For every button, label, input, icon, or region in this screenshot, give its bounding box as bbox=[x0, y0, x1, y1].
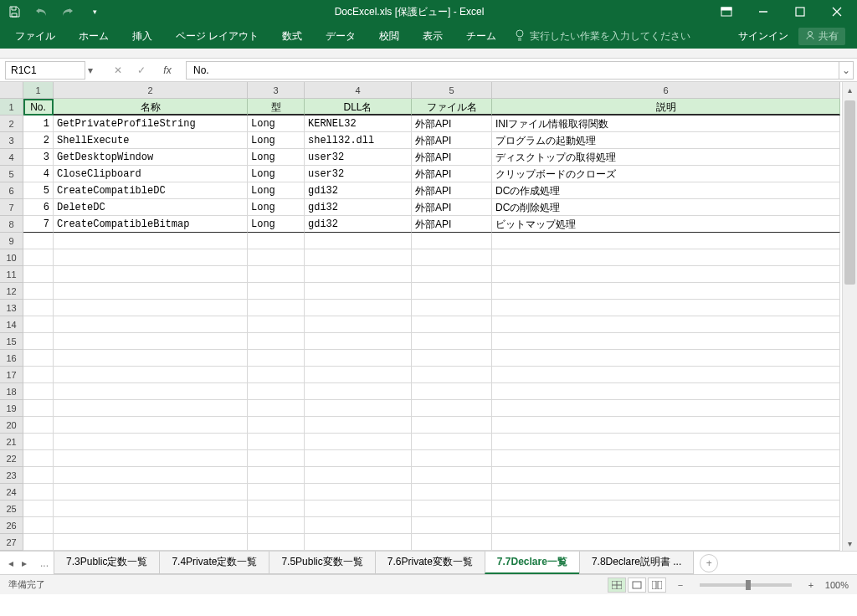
cell[interactable] bbox=[248, 450, 305, 467]
cell[interactable]: Long bbox=[248, 149, 305, 166]
cell[interactable]: 外部API bbox=[412, 166, 492, 182]
cell[interactable] bbox=[54, 367, 248, 383]
cell[interactable] bbox=[305, 501, 412, 517]
ribbon-tab-データ[interactable]: データ bbox=[314, 23, 367, 49]
cell[interactable] bbox=[248, 400, 305, 417]
cell[interactable]: 名称 bbox=[54, 99, 248, 116]
cell[interactable] bbox=[492, 534, 840, 551]
row-header[interactable]: 13 bbox=[0, 300, 23, 316]
cell[interactable] bbox=[54, 517, 248, 534]
cell[interactable] bbox=[412, 501, 492, 517]
cell[interactable] bbox=[492, 333, 840, 350]
cell[interactable] bbox=[23, 283, 54, 300]
zoom-in-button[interactable]: + bbox=[805, 580, 817, 590]
cell[interactable] bbox=[248, 383, 305, 400]
cell[interactable] bbox=[248, 233, 305, 249]
cell[interactable] bbox=[54, 249, 248, 266]
maximize-button[interactable] bbox=[783, 3, 817, 21]
cell[interactable] bbox=[54, 450, 248, 467]
cell[interactable] bbox=[305, 417, 412, 434]
row-header[interactable]: 21 bbox=[0, 434, 23, 450]
sheet-tab[interactable]: 7.7Declare一覧 bbox=[485, 552, 580, 574]
cell[interactable]: gdi32 bbox=[305, 182, 412, 199]
cell[interactable]: shell32.dll bbox=[305, 132, 412, 149]
row-header[interactable]: 18 bbox=[0, 383, 23, 400]
row-header[interactable]: 20 bbox=[0, 417, 23, 434]
cell[interactable] bbox=[54, 534, 248, 551]
row-header[interactable]: 7 bbox=[0, 199, 23, 216]
cell[interactable]: 説明 bbox=[492, 99, 840, 116]
cell[interactable]: No. bbox=[23, 99, 54, 116]
cell[interactable]: GetPrivateProfileString bbox=[54, 116, 248, 132]
row-header[interactable]: 22 bbox=[0, 450, 23, 467]
cell[interactable] bbox=[23, 383, 54, 400]
cell[interactable] bbox=[492, 484, 840, 501]
cell[interactable]: 型 bbox=[248, 99, 305, 116]
cell[interactable] bbox=[23, 300, 54, 316]
cell[interactable] bbox=[248, 367, 305, 383]
cell[interactable] bbox=[54, 501, 248, 517]
cell[interactable] bbox=[54, 383, 248, 400]
row-header[interactable]: 12 bbox=[0, 283, 23, 300]
cell[interactable]: ファイル名 bbox=[412, 99, 492, 116]
row-header[interactable]: 4 bbox=[0, 149, 23, 166]
cell[interactable] bbox=[305, 283, 412, 300]
cell[interactable] bbox=[305, 333, 412, 350]
zoom-level[interactable]: 100% bbox=[825, 580, 849, 590]
fx-icon[interactable]: fx bbox=[157, 64, 177, 76]
row-header[interactable]: 10 bbox=[0, 249, 23, 266]
cell[interactable] bbox=[412, 434, 492, 450]
row-header[interactable]: 9 bbox=[0, 233, 23, 249]
scroll-up-icon[interactable]: ▴ bbox=[843, 82, 857, 97]
row-header[interactable]: 6 bbox=[0, 182, 23, 199]
row-header[interactable]: 15 bbox=[0, 333, 23, 350]
add-sheet-button[interactable]: + bbox=[700, 554, 718, 572]
cell[interactable] bbox=[54, 300, 248, 316]
page-layout-view-button[interactable] bbox=[628, 578, 646, 593]
select-all-corner[interactable] bbox=[0, 82, 23, 99]
row-header[interactable]: 5 bbox=[0, 166, 23, 182]
scroll-down-icon[interactable]: ▾ bbox=[843, 536, 857, 551]
cell[interactable]: Long bbox=[248, 116, 305, 132]
cell[interactable] bbox=[492, 383, 840, 400]
column-header[interactable]: 2 bbox=[54, 82, 248, 99]
column-header[interactable]: 4 bbox=[305, 82, 412, 99]
cell[interactable] bbox=[492, 316, 840, 333]
ribbon-tab-チーム[interactable]: チーム bbox=[454, 23, 508, 49]
cell[interactable] bbox=[412, 249, 492, 266]
row-header[interactable]: 16 bbox=[0, 350, 23, 367]
cell[interactable]: 外部API bbox=[412, 182, 492, 199]
row-header[interactable]: 26 bbox=[0, 517, 23, 534]
cell[interactable]: クリップボードのクローズ bbox=[492, 166, 840, 182]
tell-me-box[interactable]: 実行したい作業を入力してください bbox=[515, 29, 690, 44]
cell[interactable] bbox=[248, 333, 305, 350]
cell[interactable]: 外部API bbox=[412, 199, 492, 216]
vertical-scrollbar[interactable]: ▴ ▾ bbox=[842, 82, 857, 551]
column-header[interactable]: 1 bbox=[23, 82, 54, 99]
cell[interactable] bbox=[248, 467, 305, 484]
row-header[interactable]: 27 bbox=[0, 534, 23, 551]
cell[interactable] bbox=[492, 367, 840, 383]
cell[interactable] bbox=[23, 316, 54, 333]
cell[interactable] bbox=[248, 350, 305, 367]
cell[interactable]: Long bbox=[248, 216, 305, 233]
cell[interactable] bbox=[412, 484, 492, 501]
cell[interactable]: 外部API bbox=[412, 216, 492, 233]
cell[interactable]: CreateCompatibleBitmap bbox=[54, 216, 248, 233]
undo-icon[interactable] bbox=[33, 4, 49, 19]
scroll-thumb[interactable] bbox=[844, 100, 855, 285]
cell[interactable] bbox=[23, 417, 54, 434]
cell[interactable]: INIファイル情報取得関数 bbox=[492, 116, 840, 132]
cell[interactable] bbox=[54, 400, 248, 417]
cell[interactable]: DCの削除処理 bbox=[492, 199, 840, 216]
column-header[interactable]: 3 bbox=[248, 82, 305, 99]
cell[interactable]: ShellExecute bbox=[54, 132, 248, 149]
ribbon-tab-ページ レイアウト[interactable]: ページ レイアウト bbox=[164, 23, 270, 49]
cell[interactable] bbox=[54, 333, 248, 350]
cell[interactable] bbox=[23, 450, 54, 467]
cell[interactable] bbox=[248, 434, 305, 450]
cell[interactable] bbox=[305, 350, 412, 367]
cell[interactable] bbox=[54, 283, 248, 300]
cell[interactable] bbox=[492, 501, 840, 517]
sheet-tab[interactable]: 7.4Private定数一覧 bbox=[159, 552, 269, 574]
